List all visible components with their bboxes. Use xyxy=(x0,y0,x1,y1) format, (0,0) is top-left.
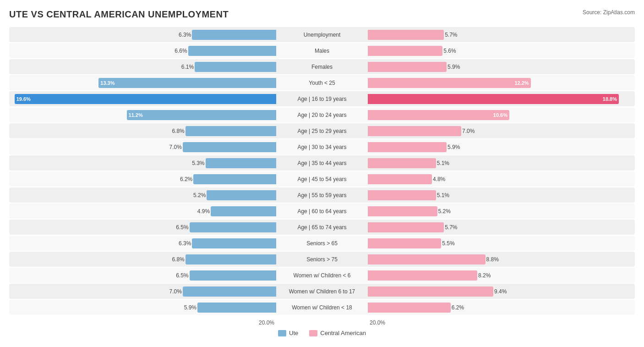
center-label: Seniors > 75 xyxy=(276,256,368,263)
legend-label-ute: Ute xyxy=(289,330,298,336)
bar-right: 7.0% xyxy=(368,126,461,136)
bar-left: 6.1% xyxy=(195,62,276,72)
left-side: 5.3% xyxy=(9,155,276,171)
bar-label-right-outside: 7.0% xyxy=(462,128,480,134)
row-inner: 6.1% Females 5.9% xyxy=(9,59,635,74)
bar-right: 5.5% xyxy=(368,238,441,248)
bar-right: 5.2% xyxy=(368,206,437,216)
center-label: Age | 25 to 29 years xyxy=(276,128,368,134)
bar-label-left-outside: 5.2% xyxy=(187,192,206,198)
row-inner: 6.2% Age | 45 to 54 years 4.8% xyxy=(9,171,635,187)
chart-row: 11.2% Age | 20 to 24 years 10.6% xyxy=(9,107,635,122)
bar-right: 8.8% xyxy=(368,254,486,264)
chart-row: 6.1% Females 5.9% xyxy=(9,59,635,74)
bar-label-left-outside: 6.5% xyxy=(170,272,189,279)
left-side: 6.3% xyxy=(9,236,276,251)
center-label: Age | 45 to 54 years xyxy=(276,176,368,182)
bar-label-right-outside: 5.9% xyxy=(448,64,466,70)
center-label: Age | 16 to 19 years xyxy=(276,96,368,102)
center-label: Age | 55 to 59 years xyxy=(276,192,368,198)
bar-label-right-outside: 8.8% xyxy=(486,256,505,263)
axis-label-left: 20.0% xyxy=(9,319,276,326)
row-inner: 7.0% Women w/ Children 6 to 17 9.4% xyxy=(9,284,635,299)
bar-right: 5.9% xyxy=(368,142,447,152)
bar-label-right-outside: 5.1% xyxy=(437,192,455,198)
bar-left: 6.8% xyxy=(186,254,276,264)
left-side: 7.0% xyxy=(9,284,276,299)
left-side: 6.5% xyxy=(9,220,276,235)
row-inner: 4.9% Age | 60 to 64 years 5.2% xyxy=(9,204,635,219)
chart-row: 7.0% Women w/ Children 6 to 17 9.4% xyxy=(9,284,635,299)
bar-left: 5.3% xyxy=(206,158,276,168)
bar-right: 12.2% xyxy=(368,78,531,88)
right-side: 10.6% xyxy=(368,107,635,122)
left-side: 6.6% xyxy=(9,43,276,58)
left-side: 4.9% xyxy=(9,204,276,219)
row-inner: 6.8% Seniors > 75 8.8% xyxy=(9,252,635,267)
legend-box-central-american xyxy=(309,330,317,336)
center-label: Women w/ Children < 6 xyxy=(276,272,368,279)
left-side: 7.0% xyxy=(9,139,276,154)
left-side: 5.2% xyxy=(9,187,276,203)
axis-row: 20.0% 20.0% xyxy=(9,319,635,326)
bar-label-left-outside: 7.0% xyxy=(164,288,182,295)
right-side: 5.7% xyxy=(368,220,635,235)
bar-right: 6.2% xyxy=(368,303,451,313)
bar-label-left-outside: 6.6% xyxy=(169,48,187,54)
legend-box-ute xyxy=(278,330,286,336)
row-inner: 13.3% Youth < 25 12.2% xyxy=(9,75,635,90)
row-inner: 5.9% Women w/ Children < 18 6.2% xyxy=(9,300,635,315)
chart-container: UTE VS CENTRAL AMERICAN UNEMPLOYMENT Sou… xyxy=(9,9,635,336)
chart-area: 6.3% Unemployment 5.7% 6.6% Males 5.6% xyxy=(9,27,635,315)
row-inner: 6.5% Women w/ Children < 6 8.2% xyxy=(9,268,635,283)
bar-label-right-outside: 5.7% xyxy=(445,32,463,38)
right-side: 5.7% xyxy=(368,27,635,42)
right-side: 5.9% xyxy=(368,139,635,154)
bar-right: 5.7% xyxy=(368,222,444,232)
bar-label-left-outside: 6.8% xyxy=(166,256,185,263)
right-side: 12.2% xyxy=(368,75,635,90)
bar-left: 6.2% xyxy=(193,174,276,184)
right-side: 4.8% xyxy=(368,171,635,187)
left-side: 5.9% xyxy=(9,300,276,315)
bar-left: 19.6% xyxy=(15,94,276,104)
center-label: Age | 60 to 64 years xyxy=(276,208,368,215)
row-inner: 6.3% Seniors > 65 5.5% xyxy=(9,236,635,251)
right-side: 8.8% xyxy=(368,252,635,267)
right-side: 5.1% xyxy=(368,187,635,203)
left-side: 6.3% xyxy=(9,27,276,42)
bar-label-left-outside: 6.2% xyxy=(174,176,192,182)
right-side: 9.4% xyxy=(368,284,635,299)
chart-title: UTE VS CENTRAL AMERICAN UNEMPLOYMENT xyxy=(9,9,229,20)
center-label: Youth < 25 xyxy=(276,80,368,86)
left-side: 6.2% xyxy=(9,171,276,187)
row-inner: 19.6% Age | 16 to 19 years 18.8% xyxy=(9,91,635,106)
right-side: 5.1% xyxy=(368,155,635,171)
left-side: 13.3% xyxy=(9,75,276,90)
bar-left: 11.2% xyxy=(127,110,276,120)
bar-label-right-outside: 5.9% xyxy=(448,144,466,150)
bar-label-left-inside: 13.3% xyxy=(100,80,115,86)
axis-label-right: 20.0% xyxy=(368,319,635,326)
bar-left: 6.3% xyxy=(192,30,276,40)
chart-row: 5.2% Age | 55 to 59 years 5.1% xyxy=(9,187,635,203)
bar-label-left-inside: 19.6% xyxy=(16,96,31,102)
bar-left: 6.5% xyxy=(190,222,276,232)
center-label: Females xyxy=(276,64,368,70)
bar-label-left-outside: 6.1% xyxy=(175,64,194,70)
bar-label-right-outside: 5.6% xyxy=(443,48,462,54)
row-inner: 11.2% Age | 20 to 24 years 10.6% xyxy=(9,107,635,122)
chart-row: 6.6% Males 5.6% xyxy=(9,43,635,58)
bar-right: 5.9% xyxy=(368,62,447,72)
bar-right: 5.1% xyxy=(368,190,436,200)
chart-row: 13.3% Youth < 25 12.2% xyxy=(9,75,635,90)
right-side: 6.2% xyxy=(368,300,635,315)
legend-label-central-american: Central American xyxy=(320,330,366,336)
right-side: 5.6% xyxy=(368,43,635,58)
chart-row: 6.8% Seniors > 75 8.8% xyxy=(9,252,635,267)
bar-label-left-outside: 5.9% xyxy=(178,304,196,311)
bar-label-right-inside: 18.8% xyxy=(603,96,617,102)
chart-source: Source: ZipAtlas.com xyxy=(583,9,635,16)
chart-row: 5.3% Age | 35 to 44 years 5.1% xyxy=(9,155,635,171)
bar-label-right-outside: 5.1% xyxy=(437,160,455,166)
